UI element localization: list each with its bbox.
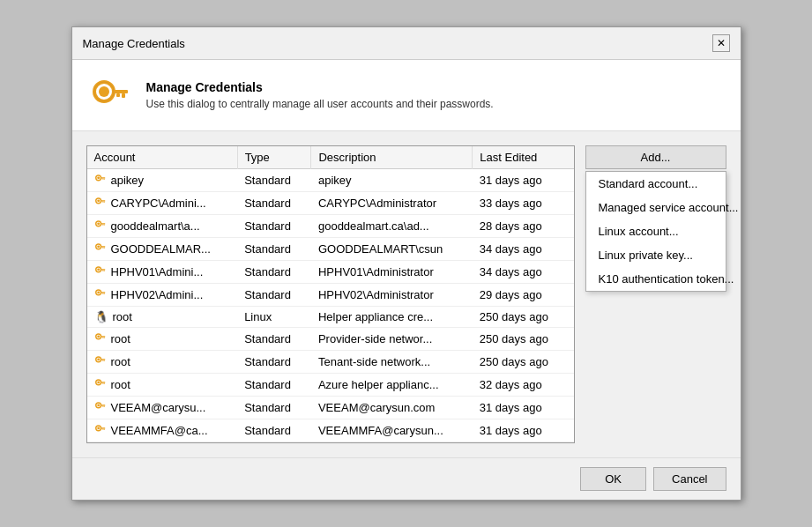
svg-rect-33: [101, 292, 105, 293]
menu-item-managed-service-account[interactable]: Managed service account...: [586, 196, 726, 219]
menu-item-k10-auth-token[interactable]: K10 authentication token...: [586, 267, 726, 291]
table-row[interactable]: gooddealmart\a...Standardgooddealmart.ca…: [87, 215, 574, 238]
svg-point-12: [97, 199, 100, 202]
cell-account: VEEAMMFA@ca...: [87, 419, 238, 442]
cancel-button[interactable]: Cancel: [653, 467, 726, 491]
svg-rect-44: [103, 360, 104, 360]
svg-rect-40: [101, 337, 102, 338]
cell-type: Standard: [237, 169, 311, 192]
key-icon: [94, 264, 107, 279]
menu-item-standard-account[interactable]: Standard account...: [586, 172, 726, 196]
cell-account: HPHV01\Admini...: [87, 261, 238, 284]
svg-rect-2: [112, 90, 128, 93]
cell-type: Standard: [237, 261, 311, 284]
key-icon: [94, 287, 107, 302]
header-text: Manage Credentials Use this dialog to ce…: [146, 80, 494, 110]
key-icon: [94, 241, 107, 256]
svg-rect-39: [103, 337, 104, 338]
table-row[interactable]: apikeyStandardapikey31 days ago: [87, 169, 574, 192]
cell-last-edited: 250 days ago: [473, 328, 574, 351]
table-row[interactable]: rootStandardProvider-side networ...250 d…: [87, 328, 574, 351]
svg-rect-45: [101, 360, 102, 360]
account-name: VEEAM@carysu...: [111, 401, 206, 414]
right-panel: Add... Standard account... Managed servi…: [585, 145, 726, 443]
svg-rect-28: [101, 269, 105, 270]
cell-description: Helper appliance cre...: [311, 307, 473, 328]
cell-last-edited: 34 days ago: [473, 261, 574, 284]
cell-last-edited: 34 days ago: [473, 238, 574, 261]
key-icon: [94, 196, 107, 211]
svg-rect-54: [103, 405, 104, 406]
cell-account: root: [87, 374, 238, 397]
add-button[interactable]: Add...: [585, 145, 726, 169]
svg-point-1: [99, 86, 109, 97]
cell-description: apikey: [311, 169, 473, 192]
col-type: Type: [237, 146, 311, 169]
cell-type: Standard: [237, 419, 311, 442]
cell-last-edited: 28 days ago: [473, 215, 574, 238]
svg-rect-60: [101, 428, 102, 429]
credentials-table: Account Type Description Last Edited api…: [87, 146, 574, 442]
account-name: root: [111, 332, 130, 345]
header-title: Manage Credentials: [146, 80, 494, 94]
table-row[interactable]: HPHV02\Admini...StandardHPHV02\Administr…: [87, 284, 574, 307]
close-button[interactable]: ✕: [712, 34, 730, 52]
dialog-title: Manage Credentials: [83, 37, 185, 50]
svg-rect-48: [101, 382, 105, 382]
account-name: CARYPC\Admini...: [111, 197, 206, 210]
table-row[interactable]: rootStandardTenant-side network...250 da…: [87, 351, 574, 374]
cell-type: Linux: [237, 307, 311, 328]
credentials-table-container[interactable]: Account Type Description Last Edited api…: [86, 145, 575, 443]
svg-rect-34: [103, 293, 104, 293]
cell-last-edited: 31 days ago: [473, 397, 574, 419]
cell-description: Provider-side networ...: [311, 328, 473, 351]
cell-last-edited: 33 days ago: [473, 192, 574, 215]
table-row[interactable]: GOODDEALMAR...StandardGOODDEALMART\csun3…: [87, 238, 574, 261]
svg-point-42: [97, 358, 100, 360]
table-row[interactable]: VEEAMMFA@ca...StandardVEEAMMFA@carysun..…: [87, 419, 574, 442]
add-dropdown-menu: Standard account... Managed service acco…: [585, 171, 726, 292]
svg-rect-43: [101, 359, 105, 360]
manage-credentials-dialog: Manage Credentials ✕ Manage Credentials …: [71, 26, 741, 501]
svg-rect-50: [101, 382, 102, 383]
menu-item-linux-private-key[interactable]: Linux private key...: [586, 243, 726, 267]
ok-button[interactable]: OK: [580, 467, 646, 491]
key-icon: [94, 423, 107, 438]
table-row[interactable]: VEEAM@carysu...StandardVEEAM@carysun.com…: [87, 397, 574, 419]
cell-type: Standard: [237, 328, 311, 351]
cell-account: gooddealmart\a...: [87, 215, 238, 238]
menu-item-linux-account[interactable]: Linux account...: [586, 219, 726, 243]
svg-rect-13: [101, 200, 105, 201]
table-row[interactable]: HPHV01\Admini...StandardHPHV01\Administr…: [87, 261, 574, 284]
cell-type: Standard: [237, 215, 311, 238]
cell-last-edited: 250 days ago: [473, 351, 574, 374]
content-area: Account Type Description Last Edited api…: [72, 131, 741, 457]
cell-type: Standard: [237, 374, 311, 397]
svg-rect-10: [101, 178, 102, 179]
key-icon: [94, 173, 107, 188]
svg-rect-29: [103, 270, 104, 271]
table-row[interactable]: 🐧rootLinuxHelper appliance cre...250 day…: [87, 307, 574, 328]
account-name: GOODDEALMAR...: [111, 242, 211, 256]
svg-rect-15: [101, 201, 102, 202]
table-row[interactable]: rootStandardAzure helper applianc...32 d…: [87, 374, 574, 397]
svg-point-47: [97, 381, 100, 383]
cell-type: Standard: [237, 284, 311, 307]
col-account: Account: [87, 146, 238, 169]
cell-description: Tenant-side network...: [311, 351, 473, 374]
svg-point-37: [97, 335, 100, 338]
key-icon: [94, 400, 107, 415]
account-name: root: [113, 310, 132, 323]
cell-last-edited: 31 days ago: [473, 169, 574, 192]
header-description: Use this dialog to centrally manage all …: [146, 98, 494, 110]
title-bar: Manage Credentials ✕: [72, 27, 741, 60]
table-row[interactable]: CARYPC\Admini...StandardCARYPC\Administr…: [87, 192, 574, 215]
cell-type: Standard: [237, 397, 311, 419]
key-icon: [94, 219, 107, 234]
account-name: HPHV01\Admini...: [111, 265, 204, 278]
svg-rect-49: [103, 382, 104, 383]
svg-rect-9: [103, 178, 104, 179]
svg-point-52: [97, 404, 100, 406]
account-name: root: [111, 378, 130, 391]
cell-last-edited: 31 days ago: [473, 419, 574, 442]
